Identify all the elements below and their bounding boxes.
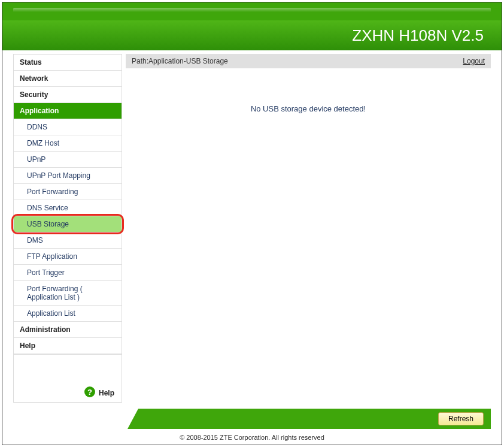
sidebar-subitem-usb-storage[interactable]: USB Storage (14, 216, 122, 232)
status-message: No USB storage device detected! (126, 68, 491, 113)
sidebar-subitem-dmz-host[interactable]: DMZ Host (14, 135, 122, 152)
sidebar-help-link[interactable]: ? Help (13, 355, 122, 403)
breadcrumb: Path:Application-USB Storage (132, 57, 228, 65)
sidebar-item-status[interactable]: Status (14, 55, 122, 71)
sidebar-item-application[interactable]: Application (14, 103, 122, 119)
breadcrumb-prefix: Path: (132, 57, 148, 65)
help-icon: ? (84, 386, 95, 397)
sidebar-subitem-port-forwarding-application-list-[interactable]: Port Forwarding ( Application List ) (14, 281, 122, 306)
breadcrumb-value: Application-USB Storage (148, 57, 228, 65)
sidebar-subitem-ftp-application[interactable]: FTP Application (14, 249, 122, 265)
main-panel: Path:Application-USB Storage Logout No U… (126, 54, 491, 113)
sidebar-item-network[interactable]: Network (14, 71, 122, 87)
sidebar-item-help[interactable]: Help (14, 338, 122, 354)
sidebar-subitem-upnp[interactable]: UPnP (14, 152, 122, 168)
logout-link[interactable]: Logout (463, 57, 485, 65)
sidebar-item-security[interactable]: Security (14, 87, 122, 103)
sidebar-subitem-dms[interactable]: DMS (14, 232, 122, 249)
sidebar-subitem-ddns[interactable]: DDNS (14, 119, 122, 135)
device-title: ZXHN H108N V2.5 (2, 20, 502, 50)
sidebar-item-administration[interactable]: Administration (14, 322, 122, 338)
sidebar-help-label: Help (99, 389, 114, 397)
sidebar-subitem-dns-service[interactable]: DNS Service (14, 200, 122, 216)
breadcrumb-bar: Path:Application-USB Storage Logout (126, 54, 491, 68)
highlight-ring (11, 214, 124, 234)
banner-top-strip (2, 2, 502, 20)
footer: Refresh (13, 409, 491, 429)
sidebar-subitem-port-forwarding[interactable]: Port Forwarding (14, 184, 122, 200)
sidebar-subitem-port-trigger[interactable]: Port Trigger (14, 265, 122, 281)
sidebar-subitem-application-list[interactable]: Application List (14, 306, 122, 322)
sidebar-subitem-upnp-port-mapping[interactable]: UPnP Port Mapping (14, 168, 122, 184)
copyright: © 2008-2015 ZTE Corporation. All rights … (2, 434, 502, 441)
header-banner: ZXHN H108N V2.5 (2, 2, 502, 50)
sidebar: StatusNetworkSecurityApplication DDNSDMZ… (13, 54, 122, 403)
refresh-button[interactable]: Refresh (438, 412, 484, 425)
